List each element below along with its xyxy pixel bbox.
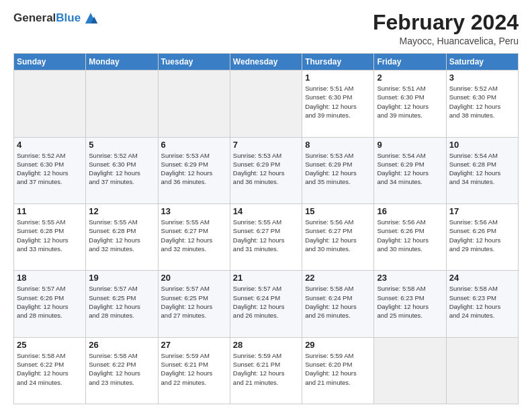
day-info: Sunrise: 5:55 AMSunset: 6:27 PMDaylight:… (233, 218, 299, 253)
calendar-day-header: Monday (86, 54, 158, 71)
calendar-cell: 7Sunrise: 5:53 AMSunset: 6:29 PMDaylight… (230, 137, 302, 203)
day-number: 2 (377, 73, 443, 83)
calendar-cell: 9Sunrise: 5:54 AMSunset: 6:29 PMDaylight… (374, 137, 446, 203)
day-number: 11 (17, 206, 83, 216)
day-number: 18 (17, 273, 83, 283)
logo-general: General (13, 11, 56, 24)
day-number: 20 (161, 273, 227, 283)
day-number: 10 (449, 140, 515, 150)
day-number: 5 (89, 140, 154, 150)
calendar-cell: 28Sunrise: 5:59 AMSunset: 6:21 PMDayligh… (230, 337, 302, 404)
day-info: Sunrise: 5:56 AMSunset: 6:26 PMDaylight:… (449, 218, 515, 253)
day-info: Sunrise: 5:59 AMSunset: 6:21 PMDaylight:… (161, 351, 227, 387)
location: Mayocc, Huancavelica, Peru (373, 36, 519, 46)
day-info: Sunrise: 5:58 AMSunset: 6:23 PMDaylight:… (377, 284, 443, 320)
day-info: Sunrise: 5:52 AMSunset: 6:30 PMDaylight:… (89, 151, 154, 187)
calendar-cell: 22Sunrise: 5:58 AMSunset: 6:24 PMDayligh… (302, 271, 374, 337)
day-number: 26 (89, 340, 154, 350)
day-number: 23 (377, 273, 443, 283)
day-info: Sunrise: 5:55 AMSunset: 6:28 PMDaylight:… (89, 218, 154, 253)
calendar-cell: 2Sunrise: 5:51 AMSunset: 6:30 PMDaylight… (374, 71, 446, 137)
calendar-cell: 26Sunrise: 5:58 AMSunset: 6:22 PMDayligh… (86, 337, 158, 404)
calendar-cell: 1Sunrise: 5:51 AMSunset: 6:30 PMDaylight… (302, 71, 374, 137)
calendar-cell: 5Sunrise: 5:52 AMSunset: 6:30 PMDaylight… (86, 137, 158, 203)
day-info: Sunrise: 5:58 AMSunset: 6:24 PMDaylight:… (305, 284, 371, 320)
day-info: Sunrise: 5:51 AMSunset: 6:30 PMDaylight:… (377, 84, 443, 120)
day-info: Sunrise: 5:57 AMSunset: 6:25 PMDaylight:… (161, 284, 227, 320)
day-number: 17 (449, 206, 515, 216)
calendar-cell: 3Sunrise: 5:52 AMSunset: 6:30 PMDaylight… (446, 71, 518, 137)
day-number: 9 (377, 140, 443, 150)
calendar-day-header: Wednesday (230, 54, 302, 71)
calendar-day-header: Sunday (14, 54, 86, 71)
day-info: Sunrise: 5:59 AMSunset: 6:21 PMDaylight:… (233, 351, 299, 387)
day-info: Sunrise: 5:58 AMSunset: 6:22 PMDaylight:… (89, 351, 154, 387)
calendar-cell: 18Sunrise: 5:57 AMSunset: 6:26 PMDayligh… (14, 271, 86, 337)
day-number: 24 (449, 273, 515, 283)
calendar-week-row: 18Sunrise: 5:57 AMSunset: 6:26 PMDayligh… (14, 271, 519, 337)
day-info: Sunrise: 5:52 AMSunset: 6:30 PMDaylight:… (17, 151, 83, 187)
calendar-cell: 19Sunrise: 5:57 AMSunset: 6:25 PMDayligh… (86, 271, 158, 337)
day-number: 29 (305, 340, 371, 350)
calendar-week-row: 11Sunrise: 5:55 AMSunset: 6:28 PMDayligh… (14, 203, 519, 270)
calendar-cell: 10Sunrise: 5:54 AMSunset: 6:28 PMDayligh… (446, 137, 518, 203)
calendar-cell: 13Sunrise: 5:55 AMSunset: 6:27 PMDayligh… (158, 203, 230, 270)
day-number: 16 (377, 206, 443, 216)
calendar-cell: 14Sunrise: 5:55 AMSunset: 6:27 PMDayligh… (230, 203, 302, 270)
day-info: Sunrise: 5:52 AMSunset: 6:30 PMDaylight:… (449, 84, 515, 120)
logo-icon (83, 11, 98, 26)
calendar-cell (374, 337, 446, 404)
logo-blue: Blue (56, 11, 81, 24)
day-info: Sunrise: 5:59 AMSunset: 6:20 PMDaylight:… (305, 351, 371, 387)
calendar-cell: 25Sunrise: 5:58 AMSunset: 6:22 PMDayligh… (14, 337, 86, 404)
calendar-cell: 15Sunrise: 5:56 AMSunset: 6:27 PMDayligh… (302, 203, 374, 270)
calendar-cell: 20Sunrise: 5:57 AMSunset: 6:25 PMDayligh… (158, 271, 230, 337)
day-number: 22 (305, 273, 371, 283)
calendar-cell (230, 71, 302, 137)
calendar-cell: 4Sunrise: 5:52 AMSunset: 6:30 PMDaylight… (14, 137, 86, 203)
day-number: 21 (233, 273, 299, 283)
day-number: 12 (89, 206, 154, 216)
month-title: February 2024 (373, 11, 519, 34)
day-info: Sunrise: 5:57 AMSunset: 6:26 PMDaylight:… (17, 284, 83, 320)
day-info: Sunrise: 5:53 AMSunset: 6:29 PMDaylight:… (305, 151, 371, 187)
day-number: 4 (17, 140, 83, 150)
title-block: February 2024 Mayocc, Huancavelica, Peru (373, 11, 519, 46)
day-info: Sunrise: 5:58 AMSunset: 6:23 PMDaylight:… (449, 284, 515, 320)
calendar-day-header: Friday (374, 54, 446, 71)
day-info: Sunrise: 5:57 AMSunset: 6:24 PMDaylight:… (233, 284, 299, 320)
day-number: 14 (233, 206, 299, 216)
calendar-cell (14, 71, 86, 137)
calendar: SundayMondayTuesdayWednesdayThursdayFrid… (13, 53, 519, 404)
day-info: Sunrise: 5:57 AMSunset: 6:25 PMDaylight:… (89, 284, 154, 320)
day-info: Sunrise: 5:58 AMSunset: 6:22 PMDaylight:… (17, 351, 83, 387)
calendar-cell (446, 337, 518, 404)
day-number: 27 (161, 340, 227, 350)
day-number: 25 (17, 340, 83, 350)
calendar-cell: 23Sunrise: 5:58 AMSunset: 6:23 PMDayligh… (374, 271, 446, 337)
calendar-day-header: Tuesday (158, 54, 230, 71)
day-info: Sunrise: 5:53 AMSunset: 6:29 PMDaylight:… (233, 151, 299, 187)
day-number: 6 (161, 140, 227, 150)
day-info: Sunrise: 5:54 AMSunset: 6:29 PMDaylight:… (377, 151, 443, 187)
day-number: 7 (233, 140, 299, 150)
calendar-cell: 21Sunrise: 5:57 AMSunset: 6:24 PMDayligh… (230, 271, 302, 337)
calendar-header-row: SundayMondayTuesdayWednesdayThursdayFrid… (14, 54, 519, 71)
calendar-day-header: Saturday (446, 54, 518, 71)
calendar-day-header: Thursday (302, 54, 374, 71)
day-info: Sunrise: 5:55 AMSunset: 6:28 PMDaylight:… (17, 218, 83, 253)
day-info: Sunrise: 5:55 AMSunset: 6:27 PMDaylight:… (161, 218, 227, 253)
calendar-cell: 16Sunrise: 5:56 AMSunset: 6:26 PMDayligh… (374, 203, 446, 270)
calendar-cell: 8Sunrise: 5:53 AMSunset: 6:29 PMDaylight… (302, 137, 374, 203)
calendar-week-row: 1Sunrise: 5:51 AMSunset: 6:30 PMDaylight… (14, 71, 519, 137)
day-info: Sunrise: 5:53 AMSunset: 6:29 PMDaylight:… (161, 151, 227, 187)
calendar-cell: 12Sunrise: 5:55 AMSunset: 6:28 PMDayligh… (86, 203, 158, 270)
day-info: Sunrise: 5:54 AMSunset: 6:28 PMDaylight:… (449, 151, 515, 187)
calendar-cell: 17Sunrise: 5:56 AMSunset: 6:26 PMDayligh… (446, 203, 518, 270)
day-number: 8 (305, 140, 371, 150)
day-info: Sunrise: 5:56 AMSunset: 6:27 PMDaylight:… (305, 218, 371, 253)
calendar-week-row: 25Sunrise: 5:58 AMSunset: 6:22 PMDayligh… (14, 337, 519, 404)
header: GeneralBlue February 2024 Mayocc, Huanca… (13, 11, 519, 46)
day-number: 13 (161, 206, 227, 216)
day-info: Sunrise: 5:56 AMSunset: 6:26 PMDaylight:… (377, 218, 443, 253)
